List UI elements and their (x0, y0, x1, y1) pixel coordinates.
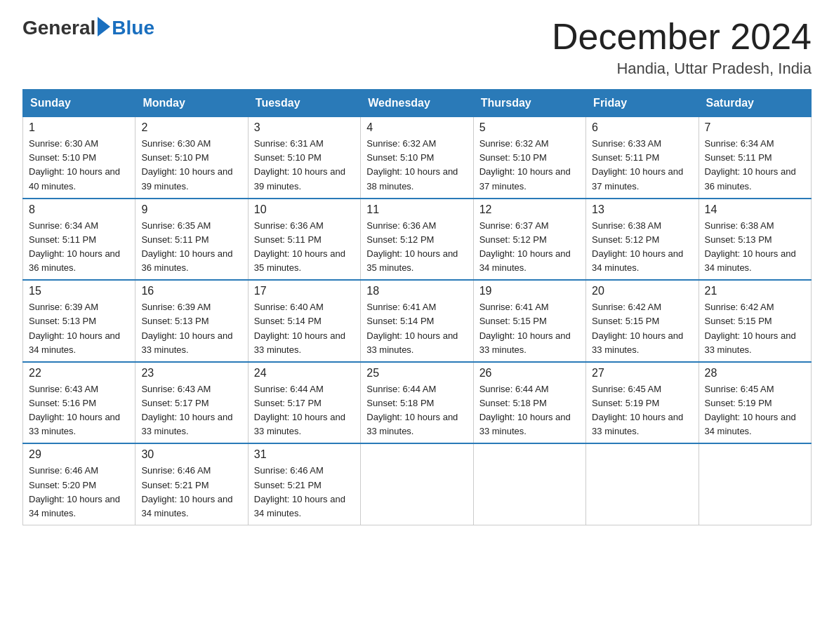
month-title: December 2024 (552, 17, 812, 57)
weekday-header-saturday: Saturday (699, 90, 811, 117)
day-info: Sunrise: 6:30 AMSunset: 5:10 PMDaylight:… (29, 137, 129, 194)
day-number: 7 (705, 121, 805, 134)
calendar-cell: 30Sunrise: 6:46 AMSunset: 5:21 PMDayligh… (135, 443, 248, 525)
week-row-4: 22Sunrise: 6:43 AMSunset: 5:16 PMDayligh… (23, 362, 812, 444)
calendar-cell: 28Sunrise: 6:45 AMSunset: 5:19 PMDayligh… (699, 362, 811, 444)
day-info: Sunrise: 6:36 AMSunset: 5:11 PMDaylight:… (254, 219, 355, 276)
day-info: Sunrise: 6:40 AMSunset: 5:14 PMDaylight:… (254, 300, 355, 357)
day-info: Sunrise: 6:30 AMSunset: 5:10 PMDaylight:… (141, 137, 241, 194)
location-subtitle: Handia, Uttar Pradesh, India (552, 60, 812, 78)
day-number: 8 (29, 203, 129, 216)
calendar-cell: 9Sunrise: 6:35 AMSunset: 5:11 PMDaylight… (135, 199, 248, 281)
day-info: Sunrise: 6:36 AMSunset: 5:12 PMDaylight:… (366, 219, 467, 276)
day-number: 27 (592, 367, 692, 380)
calendar-cell: 6Sunrise: 6:33 AMSunset: 5:11 PMDaylight… (586, 117, 699, 199)
day-info: Sunrise: 6:44 AMSunset: 5:18 PMDaylight:… (366, 382, 467, 439)
day-info: Sunrise: 6:39 AMSunset: 5:13 PMDaylight:… (141, 300, 241, 357)
day-number: 22 (29, 367, 129, 380)
day-number: 18 (366, 285, 467, 297)
day-number: 24 (254, 367, 355, 380)
calendar-table: SundayMondayTuesdayWednesdayThursdayFrid… (22, 89, 812, 525)
day-number: 16 (141, 285, 241, 297)
calendar-cell: 1Sunrise: 6:30 AMSunset: 5:10 PMDaylight… (23, 117, 135, 199)
day-info: Sunrise: 6:43 AMSunset: 5:17 PMDaylight:… (141, 382, 241, 439)
day-info: Sunrise: 6:34 AMSunset: 5:11 PMDaylight:… (29, 219, 129, 276)
day-number: 25 (366, 367, 467, 380)
calendar-cell: 14Sunrise: 6:38 AMSunset: 5:13 PMDayligh… (699, 199, 811, 281)
day-number: 3 (254, 121, 355, 134)
day-number: 31 (254, 448, 355, 461)
day-info: Sunrise: 6:42 AMSunset: 5:15 PMDaylight:… (592, 300, 692, 357)
day-number: 29 (29, 448, 129, 461)
weekday-header-friday: Friday (586, 90, 699, 117)
day-number: 20 (592, 285, 692, 297)
day-number: 28 (705, 367, 805, 380)
calendar-cell: 10Sunrise: 6:36 AMSunset: 5:11 PMDayligh… (248, 199, 360, 281)
week-row-1: 1Sunrise: 6:30 AMSunset: 5:10 PMDaylight… (23, 117, 812, 199)
calendar-cell: 13Sunrise: 6:38 AMSunset: 5:12 PMDayligh… (586, 199, 699, 281)
day-number: 6 (592, 121, 692, 134)
page-header: General Blue December 2024 Handia, Uttar… (22, 17, 812, 78)
calendar-cell: 17Sunrise: 6:40 AMSunset: 5:14 PMDayligh… (248, 280, 360, 362)
calendar-cell: 16Sunrise: 6:39 AMSunset: 5:13 PMDayligh… (135, 280, 248, 362)
day-info: Sunrise: 6:41 AMSunset: 5:14 PMDaylight:… (366, 300, 467, 357)
logo-blue-text: Blue (112, 17, 154, 39)
calendar-cell: 31Sunrise: 6:46 AMSunset: 5:21 PMDayligh… (248, 443, 360, 525)
weekday-header-wednesday: Wednesday (361, 90, 473, 117)
calendar-cell: 8Sunrise: 6:34 AMSunset: 5:11 PMDaylight… (23, 199, 135, 281)
calendar-cell: 23Sunrise: 6:43 AMSunset: 5:17 PMDayligh… (135, 362, 248, 444)
calendar-cell: 20Sunrise: 6:42 AMSunset: 5:15 PMDayligh… (586, 280, 699, 362)
day-number: 19 (479, 285, 580, 297)
weekday-header-tuesday: Tuesday (248, 90, 360, 117)
calendar-cell: 25Sunrise: 6:44 AMSunset: 5:18 PMDayligh… (361, 362, 473, 444)
calendar-cell (361, 443, 473, 525)
calendar-cell: 5Sunrise: 6:32 AMSunset: 5:10 PMDaylight… (473, 117, 585, 199)
calendar-cell: 15Sunrise: 6:39 AMSunset: 5:13 PMDayligh… (23, 280, 135, 362)
day-number: 13 (592, 203, 692, 216)
day-number: 1 (29, 121, 129, 134)
day-info: Sunrise: 6:44 AMSunset: 5:17 PMDaylight:… (254, 382, 355, 439)
day-info: Sunrise: 6:38 AMSunset: 5:13 PMDaylight:… (705, 219, 805, 276)
week-row-5: 29Sunrise: 6:46 AMSunset: 5:20 PMDayligh… (23, 443, 812, 525)
calendar-cell (699, 443, 811, 525)
day-number: 26 (479, 367, 580, 380)
day-info: Sunrise: 6:33 AMSunset: 5:11 PMDaylight:… (592, 137, 692, 194)
day-number: 2 (141, 121, 241, 134)
day-number: 21 (705, 285, 805, 297)
week-row-3: 15Sunrise: 6:39 AMSunset: 5:13 PMDayligh… (23, 280, 812, 362)
weekday-header-thursday: Thursday (473, 90, 585, 117)
day-info: Sunrise: 6:35 AMSunset: 5:11 PMDaylight:… (141, 219, 241, 276)
day-info: Sunrise: 6:38 AMSunset: 5:12 PMDaylight:… (592, 219, 692, 276)
day-number: 14 (705, 203, 805, 216)
day-info: Sunrise: 6:42 AMSunset: 5:15 PMDaylight:… (705, 300, 805, 357)
logo: General Blue (22, 17, 154, 39)
title-area: December 2024 Handia, Uttar Pradesh, Ind… (552, 17, 812, 78)
day-info: Sunrise: 6:45 AMSunset: 5:19 PMDaylight:… (705, 382, 805, 439)
calendar-cell: 29Sunrise: 6:46 AMSunset: 5:20 PMDayligh… (23, 443, 135, 525)
calendar-cell: 2Sunrise: 6:30 AMSunset: 5:10 PMDaylight… (135, 117, 248, 199)
calendar-cell: 12Sunrise: 6:37 AMSunset: 5:12 PMDayligh… (473, 199, 585, 281)
calendar-cell: 21Sunrise: 6:42 AMSunset: 5:15 PMDayligh… (699, 280, 811, 362)
day-info: Sunrise: 6:43 AMSunset: 5:16 PMDaylight:… (29, 382, 129, 439)
day-info: Sunrise: 6:46 AMSunset: 5:20 PMDaylight:… (29, 464, 129, 521)
calendar-cell: 3Sunrise: 6:31 AMSunset: 5:10 PMDaylight… (248, 117, 360, 199)
calendar-cell: 7Sunrise: 6:34 AMSunset: 5:11 PMDaylight… (699, 117, 811, 199)
calendar-cell: 24Sunrise: 6:44 AMSunset: 5:17 PMDayligh… (248, 362, 360, 444)
day-info: Sunrise: 6:32 AMSunset: 5:10 PMDaylight:… (479, 137, 580, 194)
day-number: 30 (141, 448, 241, 461)
day-info: Sunrise: 6:46 AMSunset: 5:21 PMDaylight:… (254, 464, 355, 521)
calendar-cell: 18Sunrise: 6:41 AMSunset: 5:14 PMDayligh… (361, 280, 473, 362)
day-number: 17 (254, 285, 355, 297)
calendar-cell (586, 443, 699, 525)
day-info: Sunrise: 6:46 AMSunset: 5:21 PMDaylight:… (141, 464, 241, 521)
day-number: 10 (254, 203, 355, 216)
calendar-cell: 22Sunrise: 6:43 AMSunset: 5:16 PMDayligh… (23, 362, 135, 444)
day-number: 12 (479, 203, 580, 216)
calendar-cell: 27Sunrise: 6:45 AMSunset: 5:19 PMDayligh… (586, 362, 699, 444)
day-info: Sunrise: 6:44 AMSunset: 5:18 PMDaylight:… (479, 382, 580, 439)
day-info: Sunrise: 6:45 AMSunset: 5:19 PMDaylight:… (592, 382, 692, 439)
day-number: 5 (479, 121, 580, 134)
weekday-header-row: SundayMondayTuesdayWednesdayThursdayFrid… (23, 90, 812, 117)
day-info: Sunrise: 6:37 AMSunset: 5:12 PMDaylight:… (479, 219, 580, 276)
week-row-2: 8Sunrise: 6:34 AMSunset: 5:11 PMDaylight… (23, 199, 812, 281)
